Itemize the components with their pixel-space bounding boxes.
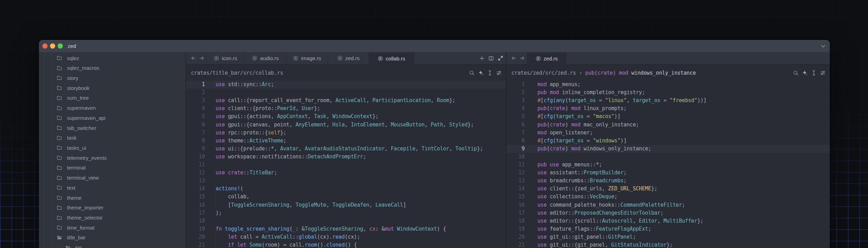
line-number: 11 <box>507 161 525 169</box>
code-line: use client::{zed_urls, ZED_URL_SCHEME}; <box>537 185 657 193</box>
code-line: use gpui::{canvas, point, AnyElement, Hs… <box>216 121 474 129</box>
tree-item-label: title_bar <box>67 234 85 240</box>
go-back-button[interactable] <box>191 56 196 60</box>
tree-item-label: telemetry_events <box>67 155 107 161</box>
go-back-button[interactable] <box>511 56 516 60</box>
line-number: 10 <box>507 153 525 161</box>
tree-item-telemetry_events[interactable]: telemetry_events <box>39 153 185 163</box>
code-line: pub(crate) mod windows_only_instance; <box>537 145 651 153</box>
left-pane-editor[interactable]: 1use std::sync::Arc;23use call::{report_… <box>186 81 506 248</box>
chevron-down-icon[interactable] <box>821 40 826 52</box>
tree-item-terminal[interactable]: terminal <box>39 163 185 173</box>
go-forward-button[interactable] <box>199 56 205 60</box>
tree-item-sqlez_macros[interactable]: sqlez_macros <box>39 63 185 73</box>
right-pane-breadcrumb[interactable]: crates/zed/src/zed.rs › pub(crate) mod w… <box>511 70 696 76</box>
left-pane-nav <box>186 52 207 64</box>
tab-audio.rs[interactable]: Raudio.rs <box>245 52 286 64</box>
minimize-button[interactable] <box>50 43 55 49</box>
edit-cursor-icon[interactable] <box>811 70 817 76</box>
expand-pane-button[interactable] <box>498 56 503 61</box>
tree-item-tasks_ui[interactable]: tasks_ui <box>39 143 185 153</box>
svg-text:R: R <box>339 57 341 60</box>
tree-item-theme[interactable]: theme <box>39 193 185 203</box>
editor-controls-icon[interactable] <box>820 70 826 76</box>
tree-item-theme_selector[interactable]: theme_selector <box>39 213 185 223</box>
zoom-button[interactable] <box>58 43 63 49</box>
editor-pane-left: Ricon.rsRaudio.rsRimage.rsRzed.rsRcollab… <box>186 52 507 248</box>
tab-label: collab.rs <box>386 56 405 61</box>
line-number: 14 <box>507 185 525 193</box>
line-number: 15 <box>186 193 205 201</box>
tree-item-src[interactable]: src <box>39 242 185 248</box>
close-button[interactable] <box>42 43 48 49</box>
rust-file-icon: R <box>378 56 383 61</box>
code-line: pub(crate) mod linux_prompts; <box>537 105 627 113</box>
line-number: 18 <box>186 217 205 225</box>
tree-item-terminal_view[interactable]: terminal_view <box>39 173 185 183</box>
folder-open-icon <box>57 235 62 240</box>
tree-item-sqlez[interactable]: sqlez <box>39 53 185 63</box>
tab-actions <box>479 52 503 64</box>
tree-item-label: sum_tree <box>67 95 89 101</box>
tree-item-time_format[interactable]: time_format <box>39 223 185 233</box>
tab-zed.rs[interactable]: Rzed.rs <box>527 52 566 65</box>
left-pane-tabbar: Ricon.rsRaudio.rsRimage.rsRzed.rsRcollab… <box>186 52 506 65</box>
tree-item-storybook[interactable]: storybook <box>39 83 185 93</box>
tab-icon.rs[interactable]: Ricon.rs <box>207 52 245 64</box>
right-pane-nav <box>507 52 527 64</box>
tree-item-tab_switcher[interactable]: tab_switcher <box>39 123 185 133</box>
code-line: use client::{proto::PeerId, User}; <box>216 105 320 113</box>
code-line: use git_ui::git_panel::GitPanel; <box>537 233 636 241</box>
folder-icon <box>57 115 62 120</box>
project-panel: sqlezsqlez_macrosstorystorybooksum_trees… <box>39 52 186 248</box>
folder-icon <box>57 195 62 200</box>
line-number: 3 <box>186 97 205 105</box>
right-pane-toolbar-icons <box>793 70 826 76</box>
tree-item-supermaven[interactable]: supermaven <box>39 103 185 113</box>
right-pane-editor[interactable]: 1mod app_menus;2pub mod inline_completio… <box>507 81 830 248</box>
tree-item-label: theme_selector <box>67 215 103 221</box>
line-number: 9 <box>186 145 205 153</box>
code-line: #[cfg(target_os = "macos")] <box>537 113 620 121</box>
folder-icon <box>57 75 62 80</box>
window-title: zed <box>68 40 76 52</box>
tree-item-theme_importer[interactable]: theme_importer <box>39 202 185 213</box>
split-pane-button[interactable] <box>489 56 494 61</box>
search-icon[interactable] <box>793 70 799 76</box>
line-number: 19 <box>186 225 205 233</box>
go-forward-button[interactable] <box>520 56 525 60</box>
editor-controls-icon[interactable] <box>496 70 502 76</box>
line-number: 13 <box>507 177 525 185</box>
tree-item-label: tasks_ui <box>67 145 86 151</box>
tree-item-sum_tree[interactable]: sum_tree <box>39 93 185 103</box>
tree-item-task[interactable]: task <box>39 133 185 143</box>
left-pane-toolbar: crates/title_bar/src/collab.rs <box>186 65 506 81</box>
code-line: use feature_flags::FeatureFlagAppExt; <box>537 225 651 233</box>
folder-icon <box>57 85 62 90</box>
left-pane-breadcrumb[interactable]: crates/title_bar/src/collab.rs <box>191 70 283 76</box>
line-number: 7 <box>186 129 205 137</box>
code-line: use gpui::{actions, AppContext, Task, Wi… <box>216 113 378 121</box>
svg-text:R: R <box>294 57 297 60</box>
new-tab-button[interactable] <box>479 56 484 61</box>
inline-assist-icon[interactable] <box>478 70 484 76</box>
tree-item-supermaven_api[interactable]: supermaven_api <box>39 113 185 123</box>
folder-icon <box>57 96 62 100</box>
line-number: 14 <box>186 185 205 193</box>
window-titlebar[interactable]: zed <box>39 40 830 52</box>
folder-icon <box>57 215 62 220</box>
edit-cursor-icon[interactable] <box>487 70 493 76</box>
tree-item-text[interactable]: text <box>39 183 185 193</box>
tab-image.rs[interactable]: Rimage.rs <box>286 52 328 64</box>
tab-label: icon.rs <box>222 55 237 61</box>
rust-file-icon: R <box>337 56 343 61</box>
inline-assist-icon[interactable] <box>802 70 808 76</box>
search-icon[interactable] <box>469 70 475 76</box>
tree-item-story[interactable]: story <box>39 73 185 83</box>
tree-item-label: sqlez <box>67 55 79 61</box>
rust-file-icon: R <box>252 56 257 61</box>
tab-zed.rs[interactable]: Rzed.rs <box>328 52 369 64</box>
tree-item-label: story <box>67 75 78 81</box>
tab-collab.rs[interactable]: Rcollab.rs <box>369 52 414 65</box>
tree-item-title_bar[interactable]: title_bar <box>39 232 185 242</box>
